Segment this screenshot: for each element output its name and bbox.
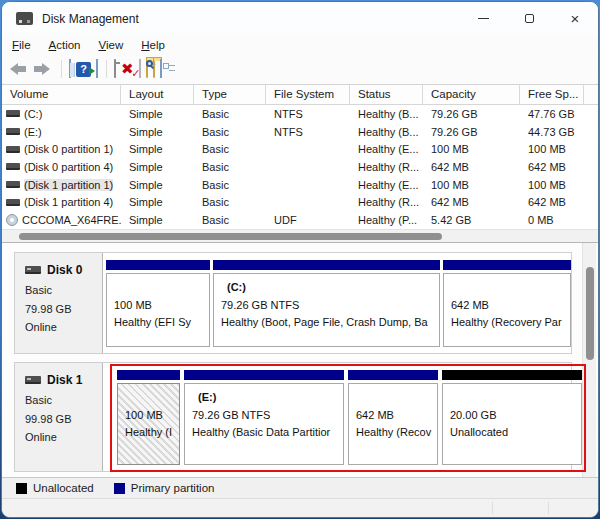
partition-642mb[interactable]: 642 MBHealthy (Recov — [348, 363, 438, 471]
partition-name — [107, 279, 209, 297]
volume-row[interactable]: (E:)SimpleBasicNTFSHealthy (B...79.26 GB… — [2, 123, 598, 141]
forward-button[interactable] — [34, 57, 53, 81]
partition-size: 642 MB — [349, 407, 437, 425]
volume-list-rows: (C:)SimpleBasicNTFSHealthy (B...79.26 GB… — [2, 105, 598, 229]
partition-type-bar — [443, 260, 571, 270]
disk-management-window: Disk Management × FileActionViewHelp ?✖↑… — [1, 1, 599, 518]
disk-label-1[interactable]: Disk 1Basic99.98 GBOnline — [15, 363, 103, 471]
show-action-pane-button[interactable] — [96, 57, 98, 81]
volume-capacity: 5.42 GB — [423, 214, 520, 226]
partition-name — [444, 279, 570, 297]
horizontal-scrollbar[interactable] — [2, 229, 598, 242]
volume-row[interactable]: (Disk 1 partition 1)SimpleBasicHealthy (… — [2, 176, 598, 194]
menu-action[interactable]: Action — [49, 39, 81, 51]
disk-row-0: Disk 0Basic79.98 GBOnline100 MBHealthy (… — [14, 252, 572, 354]
vertical-scrollbar[interactable] — [582, 243, 596, 477]
volume-type: Basic — [194, 161, 266, 173]
partition-642mb[interactable]: 642 MBHealthy (Recovery Par — [443, 253, 571, 353]
show-action-pane-icon — [96, 60, 98, 78]
volume-cell: (Disk 0 partition 1) — [2, 143, 121, 155]
disk-management-app-icon — [16, 12, 33, 25]
back-icon — [10, 63, 29, 75]
volume-capacity: 100 MB — [423, 179, 520, 191]
volume-type: Basic — [194, 179, 266, 191]
maximize-icon — [525, 14, 534, 23]
maximize-button[interactable] — [506, 2, 552, 35]
partition-2000gb[interactable]: 20.00 GBUnallocated — [442, 363, 582, 471]
volume-row[interactable]: (Disk 0 partition 1)SimpleBasicHealthy (… — [2, 140, 598, 158]
volume-layout: Simple — [121, 214, 194, 226]
partition-icon — [6, 146, 20, 153]
partition-100mb[interactable]: 100 MBHealthy (I — [117, 363, 180, 471]
volume-row[interactable]: CCCOMA_X64FRE...SimpleBasicUDFHealthy (P… — [2, 211, 598, 229]
back-button[interactable] — [10, 57, 29, 81]
volume-name: (Disk 0 partition 1) — [24, 143, 113, 155]
status-bar-divider — [548, 502, 549, 514]
partition-status: Healthy (Recovery Par — [444, 314, 570, 332]
disk-info-line: Online — [25, 318, 96, 337]
minimize-button[interactable] — [460, 2, 506, 35]
volume-free-space: 642 MB — [520, 161, 584, 173]
column-header-free-sp---[interactable]: Free Sp... — [520, 85, 584, 104]
titlebar: Disk Management × — [2, 2, 598, 35]
volume-capacity: 79.26 GB — [423, 108, 520, 120]
hard-disk-icon — [25, 266, 41, 274]
menu-view[interactable]: View — [99, 39, 124, 51]
partition-body: 100 MBHealthy (EFI Sy — [106, 273, 210, 347]
tool-button[interactable] — [114, 57, 116, 81]
disk-label-0[interactable]: Disk 0Basic79.98 GBOnline — [15, 253, 103, 353]
vertical-scrollbar-thumb[interactable] — [586, 267, 594, 360]
partition-icon — [6, 181, 20, 188]
disk-name: Disk 0 — [25, 263, 96, 277]
column-header-layout[interactable]: Layout — [121, 85, 194, 104]
partition-e[interactable]: (E:)79.26 GB NTFSHealthy (Basic Data Par… — [184, 363, 344, 471]
properties-button[interactable] — [160, 57, 162, 81]
horizontal-scrollbar-thumb[interactable] — [19, 233, 442, 240]
volume-file-system: UDF — [266, 214, 350, 226]
window-title: Disk Management — [42, 12, 139, 26]
partition-status: Healthy (Boot, Page File, Crash Dump, Ba — [214, 314, 439, 332]
disk-info-line: Basic — [25, 391, 96, 410]
volume-row[interactable]: (C:)SimpleBasicNTFSHealthy (B...79.26 GB… — [2, 105, 598, 123]
volume-type: Basic — [194, 214, 266, 226]
volume-layout: Simple — [121, 196, 194, 208]
partition-type-bar — [117, 370, 180, 380]
partition-status: Healthy (I — [118, 424, 179, 442]
close-button[interactable]: × — [552, 2, 598, 35]
column-header-capacity[interactable]: Capacity — [423, 85, 520, 104]
volume-type: Basic — [194, 143, 266, 155]
properties-icon — [160, 60, 162, 78]
disk-info-line: 79.98 GB — [25, 300, 96, 319]
partition-body: 642 MBHealthy (Recov — [348, 383, 438, 465]
disk-info-line: 99.98 GB — [25, 410, 96, 429]
legend-swatch-unallocated — [16, 483, 27, 494]
volume-row[interactable]: (Disk 1 partition 4)SimpleBasicHealthy (… — [2, 193, 598, 211]
partition-type-bar — [348, 370, 438, 380]
menu-file[interactable]: File — [12, 39, 31, 51]
forward-icon — [34, 63, 53, 75]
volume-free-space: 100 MB — [520, 179, 584, 191]
show-console-tree-button[interactable] — [69, 57, 71, 81]
volume-status: Healthy (P... — [350, 214, 423, 226]
menu-help[interactable]: Help — [141, 39, 165, 51]
partition-strip: 100 MBHealthy (EFI Sy(C:)79.26 GB NTFSHe… — [103, 253, 571, 353]
volume-free-space: 44.73 GB — [520, 126, 584, 138]
partition-name — [349, 389, 437, 407]
column-header-file-system[interactable]: File System — [266, 85, 350, 104]
mark-partition-button[interactable] — [139, 57, 141, 81]
partition-size: 100 MB — [107, 297, 209, 315]
volume-status: Healthy (R... — [350, 161, 423, 173]
partition-100mb[interactable]: 100 MBHealthy (EFI Sy — [106, 253, 210, 353]
volume-cell: (Disk 0 partition 4) — [2, 161, 121, 173]
partition-c[interactable]: (C:)79.26 GB NTFSHealthy (Boot, Page Fil… — [213, 253, 440, 353]
volume-row[interactable]: (Disk 0 partition 4)SimpleBasicHealthy (… — [2, 158, 598, 176]
column-header-status[interactable]: Status — [350, 85, 423, 104]
volume-list-pane: VolumeLayoutTypeFile SystemStatusCapacit… — [2, 85, 598, 243]
column-header-volume[interactable]: Volume — [2, 85, 121, 104]
column-header-type[interactable]: Type — [194, 85, 266, 104]
partition-status: Healthy (EFI Sy — [107, 314, 209, 332]
partition-size: 20.00 GB — [443, 407, 581, 425]
legend-label: Primary partition — [131, 482, 215, 494]
explore-folder-button[interactable] — [153, 57, 155, 81]
disk-row-1: Disk 1Basic99.98 GBOnline100 MBHealthy (… — [14, 362, 572, 472]
